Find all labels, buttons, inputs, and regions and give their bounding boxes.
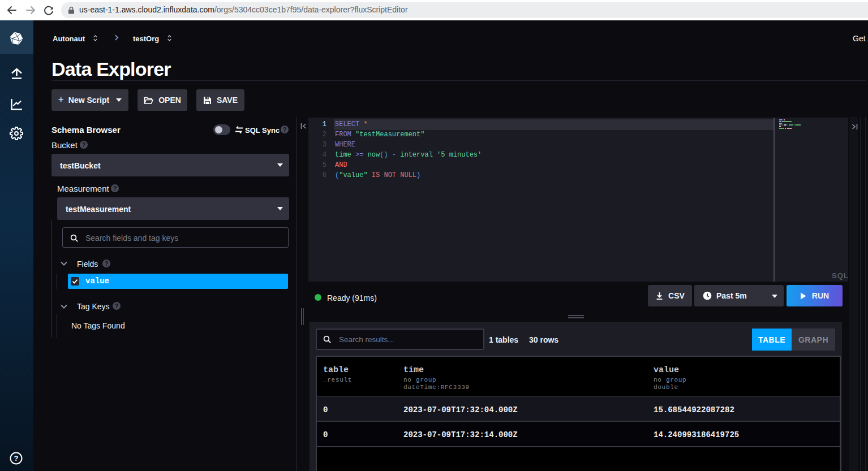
svg-text:?: ? (14, 454, 19, 463)
